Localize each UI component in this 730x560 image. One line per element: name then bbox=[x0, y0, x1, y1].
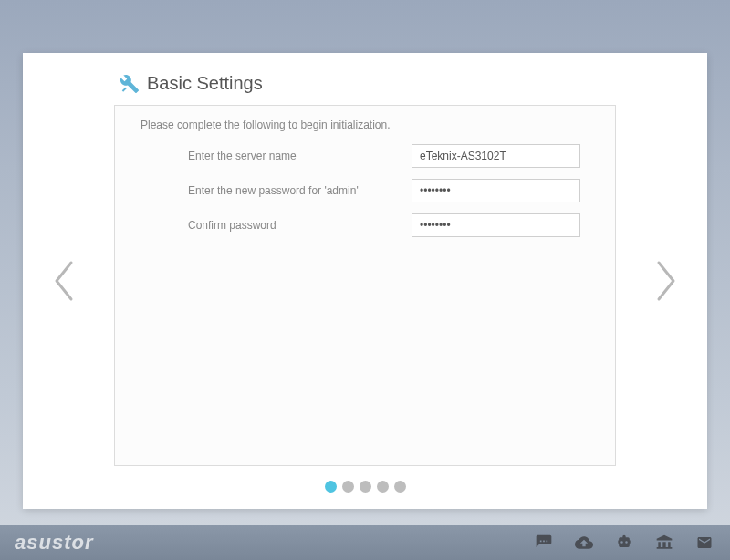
server-name-row: Enter the server name bbox=[133, 144, 597, 168]
server-name-label: Enter the server name bbox=[188, 150, 412, 162]
chevron-left-icon bbox=[51, 259, 77, 303]
confirm-row: Confirm password bbox=[133, 213, 597, 237]
footer-bar: asustor bbox=[0, 525, 730, 560]
tools-icon bbox=[120, 74, 140, 94]
footer-icons bbox=[533, 534, 715, 552]
next-button[interactable] bbox=[625, 53, 707, 509]
robot-icon[interactable] bbox=[613, 534, 635, 552]
mail-icon[interactable] bbox=[694, 534, 715, 552]
wizard-panel: Basic Settings Please complete the follo… bbox=[23, 53, 707, 509]
password-row: Enter the new password for 'admin' bbox=[133, 179, 597, 202]
page-title: Basic Settings bbox=[147, 73, 263, 94]
bank-icon[interactable] bbox=[653, 534, 675, 552]
chevron-right-icon bbox=[653, 259, 679, 303]
pager-dot-0[interactable] bbox=[325, 481, 337, 493]
header: Basic Settings bbox=[114, 73, 616, 94]
pager-dot-4[interactable] bbox=[394, 481, 406, 493]
pager-dot-1[interactable] bbox=[342, 481, 354, 493]
wizard-content: Basic Settings Please complete the follo… bbox=[105, 53, 625, 509]
form-container: Please complete the following to begin i… bbox=[114, 105, 616, 466]
pager-dot-3[interactable] bbox=[377, 481, 389, 493]
instruction-text: Please complete the following to begin i… bbox=[141, 119, 597, 131]
pager-dot-2[interactable] bbox=[360, 481, 371, 493]
password-label: Enter the new password for 'admin' bbox=[188, 184, 412, 197]
cloud-icon[interactable] bbox=[573, 534, 595, 552]
password-input[interactable] bbox=[412, 179, 580, 202]
server-name-input[interactable] bbox=[412, 144, 580, 168]
confirm-label: Confirm password bbox=[188, 219, 412, 232]
feedback-icon[interactable] bbox=[533, 534, 555, 552]
prev-button[interactable] bbox=[23, 53, 105, 509]
brand-logo: asustor bbox=[15, 531, 93, 555]
step-pager bbox=[114, 481, 616, 493]
confirm-input[interactable] bbox=[412, 213, 580, 237]
